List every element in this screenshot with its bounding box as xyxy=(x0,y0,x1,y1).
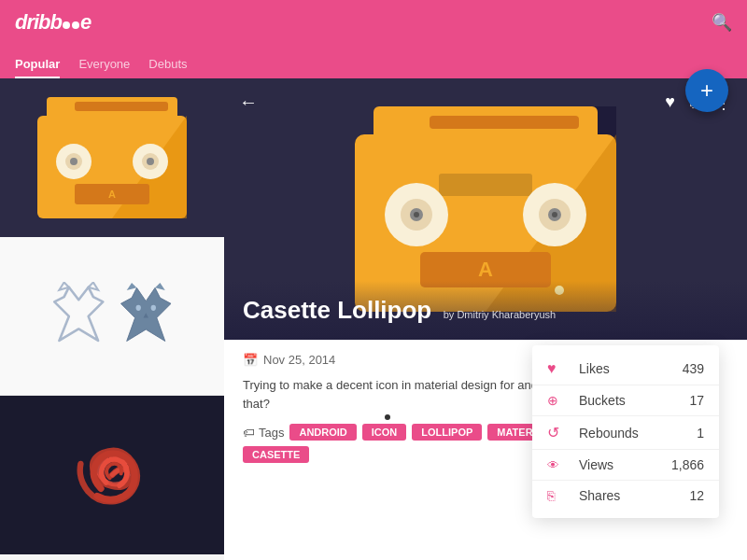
rebounds-label: Rebounds xyxy=(579,426,697,441)
detail-title-bar: Casette Lollipop by Dmitriy Kharaberyush xyxy=(224,281,747,340)
svg-marker-0 xyxy=(54,287,103,340)
reel-inner-right xyxy=(142,153,159,170)
dc-reel-center-left xyxy=(410,208,423,221)
cassette-reel-right xyxy=(133,144,168,179)
fab-button[interactable]: + xyxy=(685,69,728,112)
likes-label: Likes xyxy=(579,361,683,376)
cassette-top xyxy=(47,97,177,116)
buckets-icon: ⊕ xyxy=(547,393,568,408)
logo-area: dribbe xyxy=(15,10,712,35)
svg-point-6 xyxy=(136,304,141,310)
dc-top-slot xyxy=(430,116,579,129)
detail-actions: ← ♥ ⎘ ⋮ xyxy=(224,91,747,113)
wolf-outline-svg xyxy=(49,282,108,351)
dc-reel-inner-right xyxy=(539,199,571,231)
logo-text: dribbe xyxy=(15,10,91,34)
spiral-logo-svg xyxy=(75,438,149,512)
post-date: Nov 25, 2014 xyxy=(263,353,335,367)
rebounds-icon: ↺ xyxy=(547,424,568,441)
logo-thumb-card[interactable] xyxy=(0,396,224,554)
reel-center-right xyxy=(147,158,154,165)
tag-lollipop[interactable]: LOLLIPOP xyxy=(412,424,482,441)
tags-label: 🏷 Tags xyxy=(243,426,284,440)
detail-image: A ← ♥ ⎘ ⋮ Casette Lollipop by Dmitriy Kh… xyxy=(224,78,747,340)
dc-reel-dot-right xyxy=(552,212,557,217)
tab-everyone[interactable]: Everyone xyxy=(78,57,141,78)
wolf-filled-svg xyxy=(117,283,176,349)
stat-rebounds-row: ↺ Rebounds 1 xyxy=(532,416,719,450)
likes-icon: ♥ xyxy=(547,360,568,377)
reel-center-left xyxy=(70,158,78,165)
buckets-label: Buckets xyxy=(579,393,689,408)
detail-title: Casette Lollipop xyxy=(243,296,431,324)
dc-reel-inner-left xyxy=(401,199,432,231)
dc-a-letter: A xyxy=(478,258,493,282)
dc-reel-center-right xyxy=(548,208,561,221)
wolf-thumb-card[interactable] xyxy=(0,237,224,396)
stat-shares-row: ⎘ Shares 12 xyxy=(532,481,719,511)
shares-icon: ⎘ xyxy=(547,488,568,503)
detail-author: by Dmitriy Kharaberyush xyxy=(444,309,556,320)
cassette-a-letter: A xyxy=(108,189,116,200)
tab-popular[interactable]: Popular xyxy=(15,57,71,78)
stat-buckets-row: ⊕ Buckets 17 xyxy=(532,385,719,416)
cassette-thumb-card[interactable]: A xyxy=(0,78,224,237)
dc-reel-left xyxy=(385,183,448,246)
tab-debuts[interactable]: Debuts xyxy=(148,57,198,78)
tag-casette[interactable]: CASETTE xyxy=(243,446,309,463)
tag-android[interactable]: ANDROID xyxy=(289,424,356,441)
shares-value: 12 xyxy=(689,488,704,503)
svg-marker-5 xyxy=(155,283,165,290)
tab-bar: Popular Everyone Debuts xyxy=(0,45,747,78)
dc-window xyxy=(439,174,532,196)
cassette-art: A xyxy=(37,97,187,218)
svg-marker-4 xyxy=(127,283,137,290)
dc-reel-dot-left xyxy=(414,212,419,217)
heart-icon[interactable]: ♥ xyxy=(665,92,675,112)
tag-icon-chip[interactable]: ICON xyxy=(362,424,407,441)
reel-inner-left xyxy=(65,153,82,170)
back-button[interactable]: ← xyxy=(239,91,258,113)
likes-value: 439 xyxy=(683,361,704,376)
search-icon[interactable]: 🔍 xyxy=(712,12,732,33)
calendar-icon: 📅 xyxy=(243,353,258,367)
left-sidebar: A xyxy=(0,78,224,560)
dc-reel-right xyxy=(523,183,586,246)
buckets-value: 17 xyxy=(689,393,704,408)
shares-label: Shares xyxy=(579,488,689,503)
top-nav: dribbe 🔍 xyxy=(0,0,747,45)
stat-views-row: 👁 Views 1,866 xyxy=(532,450,719,481)
views-icon: 👁 xyxy=(547,458,568,472)
cassette-body: A xyxy=(37,116,187,218)
tag-icon: 🏷 xyxy=(243,426,255,440)
cursor xyxy=(385,414,390,420)
cassette-top-slot xyxy=(75,102,168,111)
stat-likes-row: ♥ Likes 439 xyxy=(532,353,719,385)
stats-panel: ♥ Likes 439 ⊕ Buckets 17 ↺ Rebounds 1 👁 … xyxy=(532,345,719,518)
views-value: 1,866 xyxy=(671,457,704,472)
wolf-art xyxy=(49,282,176,351)
svg-point-7 xyxy=(151,304,156,310)
cassette-reel-left xyxy=(56,144,92,179)
rebounds-value: 1 xyxy=(697,426,704,441)
cassette-label: A xyxy=(75,184,149,204)
views-label: Views xyxy=(579,457,671,472)
